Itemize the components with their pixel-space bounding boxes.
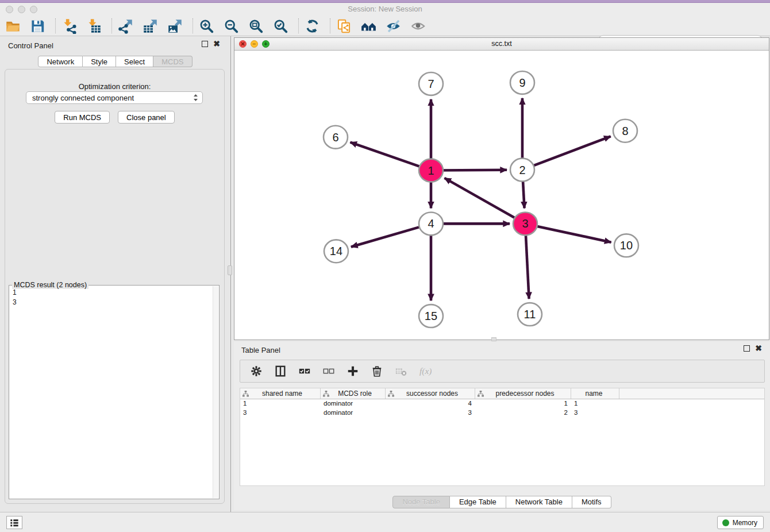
edge-1-6[interactable] xyxy=(350,142,431,171)
maximize-window-icon[interactable] xyxy=(30,6,37,13)
cell-predecessor-nodes[interactable]: 1 xyxy=(475,399,571,408)
cell-MCDS-role[interactable]: dominator xyxy=(321,399,386,408)
node-9[interactable]: 9 xyxy=(510,71,534,94)
network-title: scc.txt xyxy=(234,38,769,50)
run-mcds-button[interactable]: Run MCDS xyxy=(55,111,110,124)
task-history-button[interactable] xyxy=(6,516,22,529)
zoom-selected-icon[interactable] xyxy=(272,18,288,34)
svg-text:11: 11 xyxy=(524,308,536,321)
edge-3-10[interactable] xyxy=(525,223,611,242)
criterion-select[interactable]: strongly connected component xyxy=(26,91,203,104)
close-panel-button[interactable]: Close panel xyxy=(118,111,175,124)
edge-3-1[interactable] xyxy=(444,178,525,224)
node-14[interactable]: 14 xyxy=(324,240,348,263)
tab-select[interactable]: Select xyxy=(116,56,153,67)
node-1[interactable]: 1 xyxy=(419,159,443,182)
criterion-value: strongly connected component xyxy=(32,94,192,102)
columns-icon[interactable] xyxy=(274,364,287,378)
cell-successor-nodes[interactable]: 3 xyxy=(386,408,475,418)
node-8[interactable]: 8 xyxy=(613,119,637,142)
open-file-icon[interactable] xyxy=(5,18,21,34)
network-maximize-icon[interactable]: + xyxy=(262,40,270,48)
select-arrows-icon xyxy=(192,93,199,102)
delete-column-icon[interactable] xyxy=(370,364,384,378)
add-column-icon[interactable] xyxy=(346,364,360,378)
delete-table-disabled-icon xyxy=(394,364,408,378)
first-neighbors-icon[interactable] xyxy=(360,18,376,34)
show-all-icon[interactable] xyxy=(410,18,426,34)
control-panel-tabs: NetworkStyleSelectMCDS xyxy=(0,56,230,67)
export-table-icon[interactable] xyxy=(142,18,158,34)
node-2[interactable]: 2 xyxy=(510,159,534,182)
select-all-checks-icon[interactable] xyxy=(298,364,311,378)
import-table-icon[interactable] xyxy=(86,18,102,34)
function-builder-disabled-icon: f(x) xyxy=(418,364,432,378)
cell-name[interactable]: 1 xyxy=(571,399,619,408)
column-header-successor-nodes[interactable]: successor nodes xyxy=(386,388,475,399)
zoom-in-icon[interactable] xyxy=(198,18,214,34)
close-window-icon[interactable] xyxy=(6,6,13,13)
float-panel-icon[interactable] xyxy=(202,41,208,47)
horizontal-splitter-handle[interactable] xyxy=(491,337,496,341)
memory-status-icon xyxy=(722,519,729,526)
minimize-window-icon[interactable] xyxy=(18,6,25,13)
cell-name[interactable]: 3 xyxy=(571,408,619,418)
node-6[interactable]: 6 xyxy=(324,126,348,149)
edge-2-8[interactable] xyxy=(522,136,611,169)
tab-mcds[interactable]: MCDS xyxy=(153,56,192,67)
node-15[interactable]: 15 xyxy=(419,304,443,327)
column-header-MCDS-role[interactable]: MCDS role xyxy=(321,388,386,399)
tab-network-table[interactable]: Network Table xyxy=(506,496,572,508)
export-image-icon[interactable] xyxy=(167,18,183,34)
node-4[interactable]: 4 xyxy=(419,212,443,235)
network-canvas[interactable]: 7968124314101511 xyxy=(234,51,769,340)
import-network-icon[interactable] xyxy=(61,18,77,34)
tab-network[interactable]: Network xyxy=(38,56,83,67)
node-10[interactable]: 10 xyxy=(614,234,638,257)
tab-style[interactable]: Style xyxy=(83,56,116,67)
vertical-splitter-handle[interactable] xyxy=(228,265,232,275)
network-minimize-icon[interactable]: − xyxy=(251,40,258,48)
float-table-panel-icon[interactable] xyxy=(744,345,750,352)
close-table-panel-icon[interactable]: ✖ xyxy=(755,345,762,352)
cell-MCDS-role[interactable]: dominator xyxy=(321,408,386,418)
save-session-icon[interactable] xyxy=(29,18,45,34)
cell-shared-name[interactable]: 1 xyxy=(240,399,321,408)
mcds-result-text[interactable]: 1 3 xyxy=(10,287,212,498)
memory-button[interactable]: Memory xyxy=(717,516,764,529)
tab-edge-table[interactable]: Edge Table xyxy=(450,496,506,508)
network-from-selection-icon[interactable] xyxy=(336,18,352,34)
svg-text:8: 8 xyxy=(622,125,628,137)
table-row[interactable]: 3dominator323 xyxy=(240,408,764,418)
column-header-name[interactable]: name xyxy=(571,388,619,399)
export-network-icon[interactable] xyxy=(117,18,133,34)
zoom-out-icon[interactable] xyxy=(223,18,239,34)
node-table: shared nameMCDS rolesuccessor nodesprede… xyxy=(240,388,765,486)
toolbar-separator xyxy=(111,18,112,33)
result-scrollbar[interactable] xyxy=(213,286,218,498)
network-window-titlebar[interactable]: ✕ − + scc.txt xyxy=(234,38,769,51)
node-7[interactable]: 7 xyxy=(419,72,443,95)
tab-motifs[interactable]: Motifs xyxy=(572,496,611,508)
table-row[interactable]: 1dominator411 xyxy=(240,399,764,408)
column-header-shared-name[interactable]: shared name xyxy=(240,388,321,399)
settings-gear-icon[interactable] xyxy=(249,364,263,378)
refresh-icon[interactable] xyxy=(304,18,320,34)
zoom-fit-icon[interactable] xyxy=(248,18,264,34)
svg-text:1: 1 xyxy=(428,164,434,177)
deselect-all-checks-icon[interactable] xyxy=(322,364,336,378)
cell-shared-name[interactable]: 3 xyxy=(240,408,321,418)
network-close-icon[interactable]: ✕ xyxy=(239,40,247,48)
node-11[interactable]: 11 xyxy=(518,303,542,326)
close-panel-icon[interactable]: ✖ xyxy=(213,41,220,47)
optimization-criterion-label: Optimization criterion: xyxy=(5,82,224,91)
node-3[interactable]: 3 xyxy=(513,212,537,235)
column-header-predecessor-nodes[interactable]: predecessor nodes xyxy=(475,388,571,399)
cell-successor-nodes[interactable]: 4 xyxy=(386,399,475,408)
cell-predecessor-nodes[interactable]: 2 xyxy=(475,408,571,418)
table-panel-title: Table Panel xyxy=(241,346,280,354)
hide-selected-icon[interactable] xyxy=(385,18,401,34)
svg-text:14: 14 xyxy=(330,245,342,257)
network-view-window: ✕ − + scc.txt 7968124314101511 xyxy=(234,37,769,340)
tab-node-table[interactable]: Node Table xyxy=(392,496,450,508)
